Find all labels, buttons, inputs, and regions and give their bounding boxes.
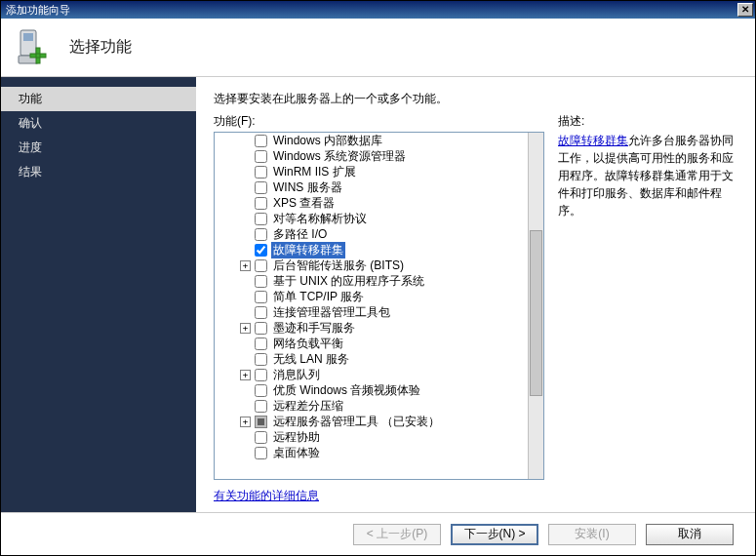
feature-checkbox[interactable] [255,291,267,303]
expand-icon[interactable]: + [240,323,251,334]
feature-item[interactable]: 远程协助 [215,429,528,445]
feature-checkbox[interactable] [255,228,267,241]
feature-item[interactable]: WINS 服务器 [215,179,528,195]
svg-rect-4 [30,54,46,58]
features-tree[interactable]: Windows 内部数据库Windows 系统资源管理器WinRM IIS 扩展… [214,132,544,480]
feature-label[interactable]: 简单 TCP/IP 服务 [271,289,366,305]
wizard-footer: < 上一步(P) 下一步(N) > 安装(I) 取消 [1,512,755,555]
feature-label[interactable]: 远程服务器管理工具 （已安装） [271,414,442,430]
feature-checkbox[interactable] [255,447,267,459]
feature-checkbox[interactable] [255,150,267,163]
feature-item[interactable]: +墨迹和手写服务 [215,320,528,336]
prev-button[interactable]: < 上一步(P) [353,524,441,545]
description-text: 故障转移群集允许多台服务器协同工作，以提供高可用性的服务和应用程序。故障转移群集… [558,132,743,219]
feature-checkbox[interactable] [255,431,267,444]
cancel-button[interactable]: 取消 [646,524,734,545]
sidebar-item-results[interactable]: 结果 [1,160,196,184]
sidebar-item-progress[interactable]: 进度 [1,136,196,160]
install-button[interactable]: 安装(I) [548,524,636,545]
feature-item[interactable]: 桌面体验 [215,445,528,460]
feature-item[interactable]: 基于 UNIX 的应用程序子系统 [215,273,528,289]
feature-checkbox[interactable] [255,322,267,335]
window-title: 添加功能向导 [3,3,70,18]
feature-item[interactable]: 多路径 I/O [215,226,528,242]
sidebar: 功能 确认 进度 结果 [1,77,196,512]
feature-item[interactable]: Windows 系统资源管理器 [215,148,528,164]
feature-item[interactable]: 网络负载平衡 [215,336,528,351]
feature-label[interactable]: 故障转移群集 [271,242,345,258]
feature-label[interactable]: WINS 服务器 [271,179,344,196]
feature-checkbox[interactable] [255,275,267,288]
next-button[interactable]: 下一步(N) > [451,524,538,545]
feature-item[interactable]: WinRM IIS 扩展 [215,164,528,179]
content-area: 选择要安装在此服务器上的一个或多个功能。 功能(F): Windows 内部数据… [196,77,755,512]
feature-checkbox[interactable] [255,166,267,179]
feature-item[interactable]: 简单 TCP/IP 服务 [215,289,528,304]
sidebar-item-confirm[interactable]: 确认 [1,111,196,136]
feature-checkbox[interactable] [255,213,267,225]
expand-icon[interactable]: + [240,417,251,427]
feature-label[interactable]: 远程协助 [271,429,322,446]
page-title: 选择功能 [69,37,132,58]
feature-label[interactable]: 墨迹和手写服务 [271,320,357,337]
feature-item[interactable]: +消息队列 [215,367,528,382]
wizard-window: 添加功能向导 ✕ 选择功能 功能 确认 进度 结果 选择要安装在此服务器上的一个… [0,0,756,556]
description-label: 描述: [558,113,743,130]
feature-item[interactable]: 对等名称解析协议 [215,211,528,226]
titlebar: 添加功能向导 ✕ [1,1,755,19]
feature-label[interactable]: 对等名称解析协议 [271,211,369,227]
feature-label[interactable]: 消息队列 [271,367,322,383]
feature-label[interactable]: 桌面体验 [271,445,322,461]
feature-label[interactable]: 无线 LAN 服务 [271,351,351,368]
feature-checkbox[interactable] [255,197,267,210]
feature-checkbox[interactable] [255,306,267,319]
wizard-body: 功能 确认 进度 结果 选择要安装在此服务器上的一个或多个功能。 功能(F): … [1,77,755,512]
more-info-link[interactable]: 有关功能的详细信息 [214,488,544,504]
sidebar-item-features[interactable]: 功能 [1,87,196,111]
expand-icon[interactable]: + [240,370,251,380]
feature-checkbox[interactable] [255,259,267,272]
feature-label[interactable]: 基于 UNIX 的应用程序子系统 [271,273,426,290]
feature-checkbox[interactable] [255,181,267,194]
features-column: 功能(F): Windows 内部数据库Windows 系统资源管理器WinRM… [214,113,544,504]
svg-rect-1 [23,33,33,41]
feature-item[interactable]: +后台智能传送服务 (BITS) [215,258,528,273]
feature-checkbox[interactable] [255,353,267,366]
content-columns: 功能(F): Windows 内部数据库Windows 系统资源管理器WinRM… [214,113,743,504]
checkbox-installed[interactable] [255,416,267,428]
feature-item[interactable]: XPS 查看器 [215,195,528,211]
feature-label[interactable]: 优质 Windows 音频视频体验 [271,382,422,399]
feature-checkbox[interactable] [255,338,267,350]
wizard-header: 选择功能 [1,19,755,77]
scrollbar[interactable] [528,133,543,479]
feature-label[interactable]: 远程差分压缩 [271,398,345,415]
expand-icon[interactable]: + [240,260,251,271]
feature-label[interactable]: Windows 系统资源管理器 [271,148,408,165]
feature-item[interactable]: 故障转移群集 [215,242,528,258]
feature-label[interactable]: 后台智能传送服务 (BITS) [271,258,406,274]
feature-item[interactable]: 优质 Windows 音频视频体验 [215,382,528,398]
wizard-icon [13,26,56,69]
feature-item[interactable]: Windows 内部数据库 [215,133,528,148]
feature-label[interactable]: 连接管理器管理工具包 [271,304,392,321]
feature-label[interactable]: XPS 查看器 [271,195,337,212]
feature-item[interactable]: 无线 LAN 服务 [215,351,528,367]
instruction-text: 选择要安装在此服务器上的一个或多个功能。 [214,91,743,107]
feature-item[interactable]: +远程服务器管理工具 （已安装） [215,414,528,429]
feature-label[interactable]: Windows 内部数据库 [271,133,384,149]
feature-label[interactable]: WinRM IIS 扩展 [271,164,358,180]
feature-label[interactable]: 多路径 I/O [271,226,329,243]
feature-item[interactable]: 连接管理器管理工具包 [215,304,528,320]
feature-checkbox[interactable] [255,244,267,257]
description-link[interactable]: 故障转移群集 [558,134,628,147]
feature-checkbox[interactable] [255,400,267,413]
feature-checkbox[interactable] [255,135,267,147]
feature-checkbox[interactable] [255,384,267,397]
features-label: 功能(F): [214,113,544,130]
close-button[interactable]: ✕ [737,3,753,17]
description-column: 描述: 故障转移群集允许多台服务器协同工作，以提供高可用性的服务和应用程序。故障… [558,113,743,504]
feature-checkbox[interactable] [255,369,267,381]
feature-label[interactable]: 网络负载平衡 [271,336,345,352]
scrollbar-thumb[interactable] [530,230,542,396]
feature-item[interactable]: 远程差分压缩 [215,398,528,414]
